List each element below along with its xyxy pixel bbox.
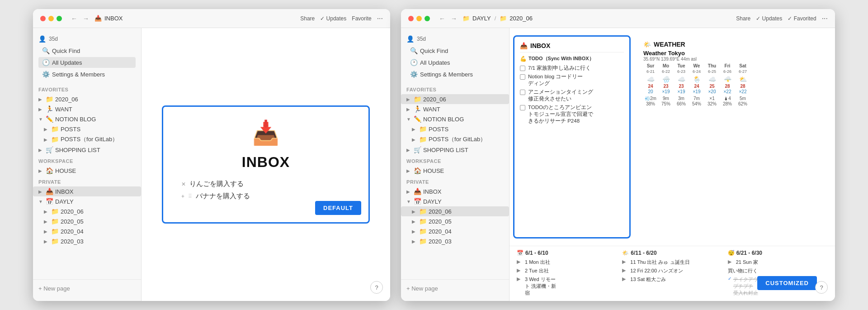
updates-button-right[interactable]: ✓ Updates — [756, 15, 782, 22]
back-button-right[interactable]: ← — [437, 14, 447, 23]
sidebar-item-posts-gitlab-right[interactable]: ▶ 📁 POSTS（for GitLab） — [401, 134, 509, 145]
favorite-button[interactable]: Favorite — [352, 15, 371, 22]
quick-find-label-right: Quick Find — [420, 48, 448, 54]
workspace-section-label: WORKSPACE — [33, 155, 141, 166]
cal-icon-3: 😴 — [728, 250, 735, 256]
breadcrumb-area: 📁 DAYLY / 📁 2020_06 — [462, 15, 533, 22]
help-button-right[interactable]: ? — [815, 281, 828, 294]
cal-group-2: 🌤️ 6/11 - 6/20 ▶ 11 Thu 出社 みゅ ュ誕生日 ▶ 12 … — [622, 250, 722, 297]
sidebar-item-house-right[interactable]: ▶ 🏠 HOUSE — [401, 166, 509, 176]
sidebar-item-settings-right[interactable]: ⚙️ Settings & Members — [406, 69, 504, 80]
item-label: 2020_06 — [61, 208, 84, 215]
breadcrumb-folder2-icon: 📁 — [500, 15, 507, 22]
sidebar-item-dayly-2020-03-right[interactable]: ▶ 📁 2020_03 — [401, 236, 509, 246]
sidebar-item-posts-right[interactable]: ▶ 📁 POSTS — [401, 124, 509, 134]
checkbox-4[interactable] — [520, 105, 525, 110]
checkbox-1[interactable] — [520, 66, 525, 71]
drag-icon: ⠿ — [188, 193, 192, 200]
sidebar-item-dayly-2020-05[interactable]: ▶ 📁 2020_05 — [33, 216, 141, 226]
folder-icon: 📁 — [419, 125, 427, 133]
inbox-item-2: + ⠿ バナナを購入する — [181, 192, 350, 200]
humidity-row: 38% 75% 66% 54% 32% 28% 62% — [643, 101, 826, 106]
breadcrumb-1[interactable]: DAYLY — [472, 15, 491, 22]
todo-text-1: 7/1 家族割申し込みに行く — [528, 65, 591, 72]
cal-header-1: 📅 6/1 - 6/10 — [517, 250, 617, 256]
folder-icon: 📁 — [419, 228, 427, 235]
window-body-right: 👤 35d 🔍 Quick Find 🕐 All Updates ⚙️ Sett… — [401, 28, 835, 301]
share-button[interactable]: Share — [300, 15, 315, 22]
sidebar-item-2020-06-right[interactable]: ▶ 📁 2020_06 — [401, 94, 509, 104]
minimize-button[interactable] — [48, 16, 54, 21]
close-button-right[interactable] — [408, 16, 414, 21]
sidebar-item-inbox[interactable]: ▶ 📥 INBOX — [33, 186, 141, 196]
edit-icon: ✏️ — [414, 115, 421, 123]
sidebar-item-posts[interactable]: ▶ 📁 POSTS — [33, 124, 141, 134]
folder-icon: 📁 — [51, 125, 59, 133]
user-menu-right[interactable]: 👤 35d — [406, 33, 504, 44]
sidebar-item-inbox-right[interactable]: ▶ 📥 INBOX — [401, 186, 509, 196]
day-sur: Sur — [643, 63, 658, 68]
fullscreen-button[interactable] — [57, 16, 62, 21]
sidebar-item-notion-blog-right[interactable]: ▼ ✏️ NOTION BLOG — [401, 114, 509, 124]
favorited-button-right[interactable]: ✓ Favorited — [788, 15, 816, 22]
user-menu[interactable]: 👤 35d — [38, 33, 136, 44]
sidebar-item-allupdates-right[interactable]: 🕐 All Updates — [406, 57, 504, 68]
new-page-button-right[interactable]: + New page — [406, 283, 504, 294]
sidebar-item-dayly-2020-06-right[interactable]: ▶ 📁 2020_06 — [401, 206, 509, 216]
settings-icon: ⚙️ — [42, 71, 49, 78]
wind-row: 💨2m 9m 3m 7m ×1 🌢4 5m — [643, 96, 826, 101]
sidebar-item-shopping-right[interactable]: ▶ 🛒 SHOPPING LIST — [401, 145, 509, 155]
sidebar-item-quickfind-right[interactable]: 🔍 Quick Find — [406, 45, 504, 56]
fullscreen-button-right[interactable] — [425, 16, 430, 21]
sidebar-item-dayly-2020-03[interactable]: ▶ 📁 2020_03 — [33, 236, 141, 246]
help-button[interactable]: ? — [370, 281, 383, 294]
breadcrumb-2[interactable]: 2020_06 — [509, 15, 533, 22]
sidebar-item-dayly-right[interactable]: ▼ 📅 DAYLY — [401, 196, 509, 206]
day-fri: Fri — [720, 63, 735, 68]
updates-button[interactable]: ✓ Updates — [320, 15, 346, 22]
workspace-section-label-right: WORKSPACE — [401, 155, 509, 166]
checkbox-2[interactable] — [520, 74, 525, 80]
checkbox-3[interactable] — [520, 90, 525, 95]
chevron-right-icon: ▶ — [38, 148, 44, 153]
sidebar-item-want-right[interactable]: ▶ 🏃 WANT — [401, 104, 509, 114]
folder-icon: 📁 — [51, 136, 59, 143]
cal-group-1: 📅 6/1 - 6/10 ▶ 1 Mon 出社 ▶ 2 Tue 出社 ▶ — [517, 250, 617, 297]
sidebar-item-want[interactable]: ▶ 🏃 WANT — [33, 104, 141, 114]
sidebar-item-house[interactable]: ▶ 🏠 HOUSE — [33, 166, 141, 176]
item-label: 2020_04 — [429, 228, 452, 235]
titlebar-right: ← → 📁 DAYLY / 📁 2020_06 Share ✓ Updates … — [401, 9, 835, 28]
weather-title-text: WEATHER — [654, 41, 685, 48]
item-label: DAYLY — [423, 198, 442, 205]
favorites-section-label: FAVORITES — [33, 83, 141, 94]
private-section-label-right: PRIVATE — [401, 176, 509, 186]
sidebar-item-dayly-2020-04[interactable]: ▶ 📁 2020_04 — [33, 226, 141, 236]
lt-5: ×20 — [705, 89, 719, 94]
more-button-right[interactable]: ··· — [822, 14, 828, 23]
sidebar-item-shopping[interactable]: ▶ 🛒 SHOPPING LIST — [33, 145, 141, 155]
sidebar-item-2020-06[interactable]: ▶ 📁 2020_06 — [33, 94, 141, 104]
sidebar-item-dayly-2020-04-right[interactable]: ▶ 📁 2020_04 — [401, 226, 509, 236]
minimize-button-right[interactable] — [416, 16, 422, 21]
share-button-right[interactable]: Share — [736, 15, 750, 22]
date-625: 6-25 — [705, 69, 719, 74]
sidebar-item-allupdates[interactable]: 🕐 All Updates — [38, 57, 136, 68]
todo-text-2: Notion blog コードリーディング — [528, 73, 583, 87]
sidebar-item-dayly[interactable]: ▼ 📅 DAYLY — [33, 196, 141, 206]
date-621: 6-21 — [643, 69, 658, 74]
more-button[interactable]: ··· — [377, 14, 383, 23]
forward-button[interactable]: → — [81, 14, 91, 23]
sidebar-item-dayly-2020-05-right[interactable]: ▶ 📁 2020_05 — [401, 216, 509, 226]
sidebar-item-notion-blog[interactable]: ▼ ✏️ NOTION BLOG — [33, 114, 141, 124]
new-page-button[interactable]: + New page — [38, 283, 136, 294]
sidebar-item-dayly-2020-06[interactable]: ▶ 📁 2020_06 — [33, 206, 141, 216]
sidebar-item-posts-gitlab[interactable]: ▶ 📁 POSTS（for GitLab） — [33, 134, 141, 145]
close-button[interactable] — [40, 16, 46, 21]
sidebar-item-quickfind[interactable]: 🔍 Quick Find — [38, 45, 136, 56]
chevron-right-icon: ▶ — [38, 189, 44, 194]
sidebar-item-settings[interactable]: ⚙️ Settings & Members — [38, 69, 136, 80]
back-button[interactable]: ← — [69, 14, 79, 23]
forward-button-right[interactable]: → — [449, 14, 459, 23]
cal-label-2: 6/11 - 6/20 — [631, 250, 656, 256]
weather-title-row: 🌤️ WEATHER — [643, 41, 826, 48]
